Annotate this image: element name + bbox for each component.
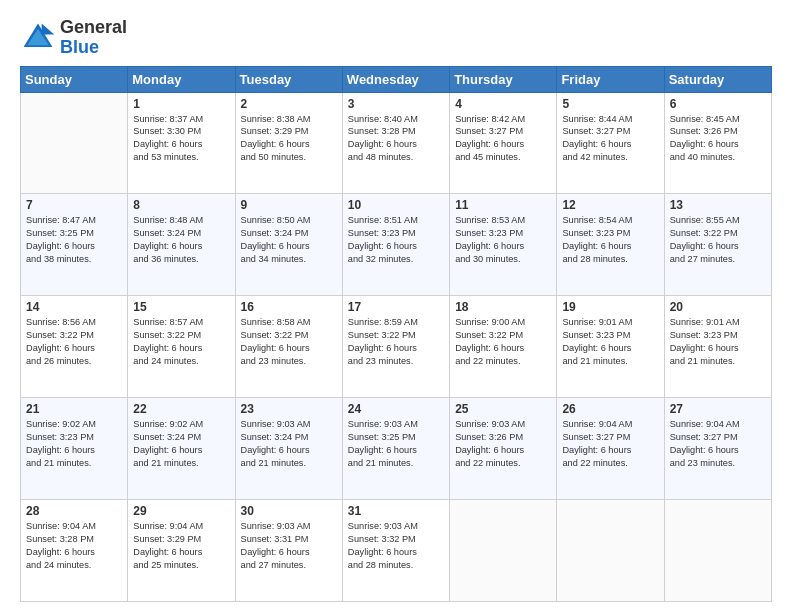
day-info: Sunrise: 8:42 AM Sunset: 3:27 PM Dayligh… xyxy=(455,113,551,165)
day-info: Sunrise: 9:03 AM Sunset: 3:24 PM Dayligh… xyxy=(241,418,337,470)
day-info: Sunrise: 9:04 AM Sunset: 3:27 PM Dayligh… xyxy=(670,418,766,470)
day-info: Sunrise: 8:51 AM Sunset: 3:23 PM Dayligh… xyxy=(348,214,444,266)
day-info: Sunrise: 8:48 AM Sunset: 3:24 PM Dayligh… xyxy=(133,214,229,266)
col-header-sunday: Sunday xyxy=(21,66,128,92)
day-number: 20 xyxy=(670,300,766,314)
logo-icon xyxy=(20,20,56,56)
day-number: 10 xyxy=(348,198,444,212)
svg-marker-2 xyxy=(42,23,55,34)
header: General Blue xyxy=(20,18,772,58)
page: General Blue SundayMondayTuesdayWednesda… xyxy=(0,0,792,612)
calendar-cell: 24Sunrise: 9:03 AM Sunset: 3:25 PM Dayli… xyxy=(342,398,449,500)
day-info: Sunrise: 8:37 AM Sunset: 3:30 PM Dayligh… xyxy=(133,113,229,165)
day-info: Sunrise: 8:38 AM Sunset: 3:29 PM Dayligh… xyxy=(241,113,337,165)
day-number: 22 xyxy=(133,402,229,416)
day-info: Sunrise: 9:03 AM Sunset: 3:31 PM Dayligh… xyxy=(241,520,337,572)
day-info: Sunrise: 8:45 AM Sunset: 3:26 PM Dayligh… xyxy=(670,113,766,165)
day-number: 8 xyxy=(133,198,229,212)
day-number: 7 xyxy=(26,198,122,212)
day-info: Sunrise: 9:04 AM Sunset: 3:27 PM Dayligh… xyxy=(562,418,658,470)
calendar-cell: 29Sunrise: 9:04 AM Sunset: 3:29 PM Dayli… xyxy=(128,500,235,602)
calendar-cell: 22Sunrise: 9:02 AM Sunset: 3:24 PM Dayli… xyxy=(128,398,235,500)
calendar-week-row: 28Sunrise: 9:04 AM Sunset: 3:28 PM Dayli… xyxy=(21,500,772,602)
calendar-cell: 14Sunrise: 8:56 AM Sunset: 3:22 PM Dayli… xyxy=(21,296,128,398)
calendar-cell: 27Sunrise: 9:04 AM Sunset: 3:27 PM Dayli… xyxy=(664,398,771,500)
calendar-cell: 25Sunrise: 9:03 AM Sunset: 3:26 PM Dayli… xyxy=(450,398,557,500)
calendar-cell: 15Sunrise: 8:57 AM Sunset: 3:22 PM Dayli… xyxy=(128,296,235,398)
logo-text-blue: Blue xyxy=(60,38,127,58)
calendar-week-row: 21Sunrise: 9:02 AM Sunset: 3:23 PM Dayli… xyxy=(21,398,772,500)
day-info: Sunrise: 9:03 AM Sunset: 3:25 PM Dayligh… xyxy=(348,418,444,470)
calendar-cell xyxy=(450,500,557,602)
day-info: Sunrise: 9:02 AM Sunset: 3:23 PM Dayligh… xyxy=(26,418,122,470)
calendar-cell: 18Sunrise: 9:00 AM Sunset: 3:22 PM Dayli… xyxy=(450,296,557,398)
col-header-thursday: Thursday xyxy=(450,66,557,92)
col-header-monday: Monday xyxy=(128,66,235,92)
calendar-cell: 8Sunrise: 8:48 AM Sunset: 3:24 PM Daylig… xyxy=(128,194,235,296)
day-info: Sunrise: 9:03 AM Sunset: 3:26 PM Dayligh… xyxy=(455,418,551,470)
day-number: 4 xyxy=(455,97,551,111)
calendar-cell xyxy=(21,92,128,194)
calendar-table: SundayMondayTuesdayWednesdayThursdayFrid… xyxy=(20,66,772,602)
calendar-cell: 3Sunrise: 8:40 AM Sunset: 3:28 PM Daylig… xyxy=(342,92,449,194)
calendar-cell: 26Sunrise: 9:04 AM Sunset: 3:27 PM Dayli… xyxy=(557,398,664,500)
day-number: 6 xyxy=(670,97,766,111)
day-info: Sunrise: 8:59 AM Sunset: 3:22 PM Dayligh… xyxy=(348,316,444,368)
col-header-wednesday: Wednesday xyxy=(342,66,449,92)
day-info: Sunrise: 8:57 AM Sunset: 3:22 PM Dayligh… xyxy=(133,316,229,368)
calendar-cell: 10Sunrise: 8:51 AM Sunset: 3:23 PM Dayli… xyxy=(342,194,449,296)
calendar-cell: 28Sunrise: 9:04 AM Sunset: 3:28 PM Dayli… xyxy=(21,500,128,602)
calendar-cell: 16Sunrise: 8:58 AM Sunset: 3:22 PM Dayli… xyxy=(235,296,342,398)
day-info: Sunrise: 8:47 AM Sunset: 3:25 PM Dayligh… xyxy=(26,214,122,266)
logo: General Blue xyxy=(20,18,127,58)
calendar-cell: 11Sunrise: 8:53 AM Sunset: 3:23 PM Dayli… xyxy=(450,194,557,296)
day-number: 12 xyxy=(562,198,658,212)
day-info: Sunrise: 8:58 AM Sunset: 3:22 PM Dayligh… xyxy=(241,316,337,368)
logo-text-general: General xyxy=(60,18,127,38)
day-info: Sunrise: 8:44 AM Sunset: 3:27 PM Dayligh… xyxy=(562,113,658,165)
calendar-cell: 12Sunrise: 8:54 AM Sunset: 3:23 PM Dayli… xyxy=(557,194,664,296)
day-number: 30 xyxy=(241,504,337,518)
day-info: Sunrise: 9:02 AM Sunset: 3:24 PM Dayligh… xyxy=(133,418,229,470)
calendar-cell: 19Sunrise: 9:01 AM Sunset: 3:23 PM Dayli… xyxy=(557,296,664,398)
calendar-cell: 4Sunrise: 8:42 AM Sunset: 3:27 PM Daylig… xyxy=(450,92,557,194)
calendar-cell: 1Sunrise: 8:37 AM Sunset: 3:30 PM Daylig… xyxy=(128,92,235,194)
day-info: Sunrise: 8:55 AM Sunset: 3:22 PM Dayligh… xyxy=(670,214,766,266)
day-info: Sunrise: 8:56 AM Sunset: 3:22 PM Dayligh… xyxy=(26,316,122,368)
day-number: 13 xyxy=(670,198,766,212)
day-info: Sunrise: 9:03 AM Sunset: 3:32 PM Dayligh… xyxy=(348,520,444,572)
day-number: 23 xyxy=(241,402,337,416)
calendar-cell: 23Sunrise: 9:03 AM Sunset: 3:24 PM Dayli… xyxy=(235,398,342,500)
day-number: 2 xyxy=(241,97,337,111)
calendar-cell: 13Sunrise: 8:55 AM Sunset: 3:22 PM Dayli… xyxy=(664,194,771,296)
calendar-cell: 21Sunrise: 9:02 AM Sunset: 3:23 PM Dayli… xyxy=(21,398,128,500)
calendar-cell: 6Sunrise: 8:45 AM Sunset: 3:26 PM Daylig… xyxy=(664,92,771,194)
calendar-week-row: 7Sunrise: 8:47 AM Sunset: 3:25 PM Daylig… xyxy=(21,194,772,296)
day-info: Sunrise: 9:01 AM Sunset: 3:23 PM Dayligh… xyxy=(670,316,766,368)
day-number: 25 xyxy=(455,402,551,416)
calendar-cell: 20Sunrise: 9:01 AM Sunset: 3:23 PM Dayli… xyxy=(664,296,771,398)
day-number: 3 xyxy=(348,97,444,111)
calendar-cell: 7Sunrise: 8:47 AM Sunset: 3:25 PM Daylig… xyxy=(21,194,128,296)
calendar-week-row: 14Sunrise: 8:56 AM Sunset: 3:22 PM Dayli… xyxy=(21,296,772,398)
day-number: 21 xyxy=(26,402,122,416)
day-info: Sunrise: 8:53 AM Sunset: 3:23 PM Dayligh… xyxy=(455,214,551,266)
day-number: 5 xyxy=(562,97,658,111)
day-number: 24 xyxy=(348,402,444,416)
calendar-cell xyxy=(664,500,771,602)
day-number: 1 xyxy=(133,97,229,111)
day-number: 16 xyxy=(241,300,337,314)
day-number: 11 xyxy=(455,198,551,212)
day-number: 9 xyxy=(241,198,337,212)
day-number: 26 xyxy=(562,402,658,416)
calendar-cell: 2Sunrise: 8:38 AM Sunset: 3:29 PM Daylig… xyxy=(235,92,342,194)
day-number: 18 xyxy=(455,300,551,314)
col-header-tuesday: Tuesday xyxy=(235,66,342,92)
day-number: 31 xyxy=(348,504,444,518)
calendar-header-row: SundayMondayTuesdayWednesdayThursdayFrid… xyxy=(21,66,772,92)
calendar-cell xyxy=(557,500,664,602)
day-number: 29 xyxy=(133,504,229,518)
day-number: 14 xyxy=(26,300,122,314)
day-number: 17 xyxy=(348,300,444,314)
calendar-cell: 5Sunrise: 8:44 AM Sunset: 3:27 PM Daylig… xyxy=(557,92,664,194)
